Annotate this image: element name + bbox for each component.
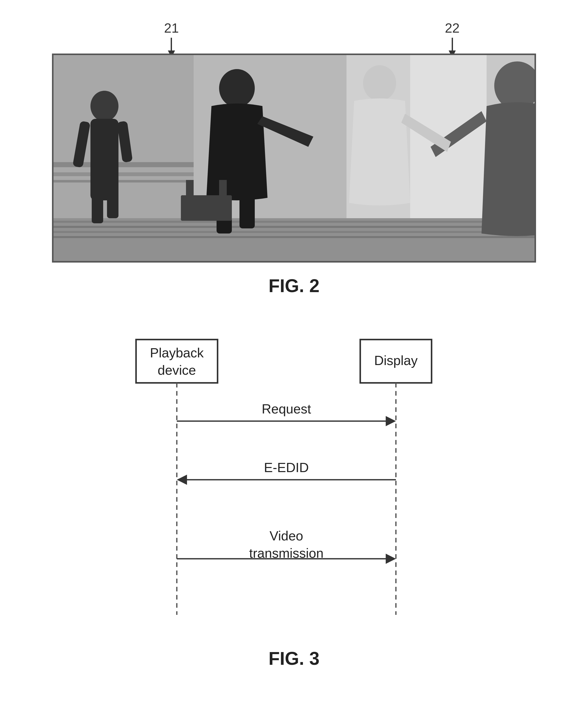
- label-21-text: 21: [164, 20, 179, 36]
- svg-rect-16: [92, 193, 103, 223]
- svg-rect-9: [53, 218, 536, 263]
- svg-marker-36: [386, 416, 396, 426]
- fig2-section: 21 22: [31, 20, 557, 296]
- svg-rect-13: [53, 236, 536, 238]
- svg-point-24: [363, 65, 396, 101]
- svg-text:Display: Display: [374, 353, 418, 368]
- svg-rect-27: [219, 180, 227, 200]
- svg-text:Request: Request: [262, 402, 311, 416]
- fig2-caption: FIG. 2: [269, 275, 319, 296]
- fig3-section: Playback device Display Request: [31, 332, 557, 669]
- svg-rect-26: [186, 180, 194, 200]
- fig3-sequence-diagram: Playback device Display Request: [116, 334, 472, 628]
- svg-rect-17: [107, 193, 118, 218]
- svg-text:device: device: [158, 363, 196, 378]
- svg-marker-42: [386, 554, 396, 564]
- svg-text:transmission: transmission: [249, 546, 324, 560]
- svg-text:E-EDID: E-EDID: [264, 460, 309, 475]
- svg-text:Video: Video: [270, 528, 303, 543]
- svg-rect-22: [240, 193, 255, 228]
- fig2-scene-svg: [53, 55, 536, 263]
- fig3-caption: FIG. 3: [269, 648, 319, 669]
- svg-point-14: [90, 91, 118, 121]
- svg-rect-12: [53, 231, 536, 233]
- svg-text:Playback: Playback: [150, 345, 204, 360]
- label-22: 22: [445, 20, 460, 58]
- label-22-text: 22: [445, 20, 460, 36]
- page-container: 21 22: [0, 0, 588, 701]
- svg-rect-15: [90, 119, 118, 200]
- label-21: 21: [164, 20, 179, 58]
- svg-rect-11: [53, 226, 536, 228]
- fig3-diagram: Playback device Display Request: [116, 332, 472, 628]
- svg-rect-4: [53, 180, 194, 183]
- fig2-image: [52, 53, 536, 263]
- svg-rect-10: [53, 221, 536, 223]
- svg-rect-3: [53, 172, 194, 176]
- svg-point-20: [219, 69, 255, 107]
- svg-marker-39: [177, 475, 187, 485]
